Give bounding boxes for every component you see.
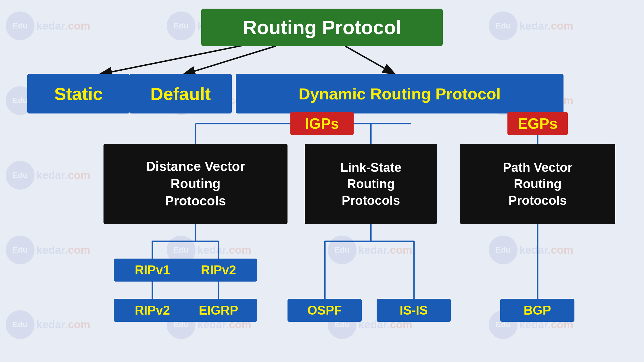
igps-node: IGPs <box>290 112 354 135</box>
link-state-label: Link-State Routing Protocols <box>340 159 402 209</box>
link-state-node: Link-State Routing Protocols <box>305 144 437 224</box>
bgp-node: BGP <box>500 299 574 322</box>
egps-node: EGPs <box>507 112 568 135</box>
ripv1-node: RIPv1 <box>114 259 191 282</box>
path-vector-label: Path Vector Routing Protocols <box>503 159 572 209</box>
ospf-node: OSPF <box>288 299 362 322</box>
is-is-node: IS-IS <box>377 299 451 322</box>
ripv2-top-node: RIPv2 <box>180 259 257 282</box>
default-node: Default <box>129 74 232 113</box>
ripv2-bot-node: RIPv2 <box>114 299 191 322</box>
routing-protocol-node: Routing Protocol <box>201 9 443 46</box>
diagram: Routing Protocol Static Default Dynamic … <box>0 0 644 362</box>
dynamic-routing-protocol-node: Dynamic Routing Protocol <box>236 74 564 113</box>
static-node: Static <box>27 74 130 113</box>
path-vector-node: Path Vector Routing Protocols <box>460 144 615 224</box>
distance-vector-label: Distance Vector Routing Protocols <box>146 158 245 209</box>
eigrp-node: EIGRP <box>180 299 257 322</box>
distance-vector-node: Distance Vector Routing Protocols <box>103 144 288 224</box>
